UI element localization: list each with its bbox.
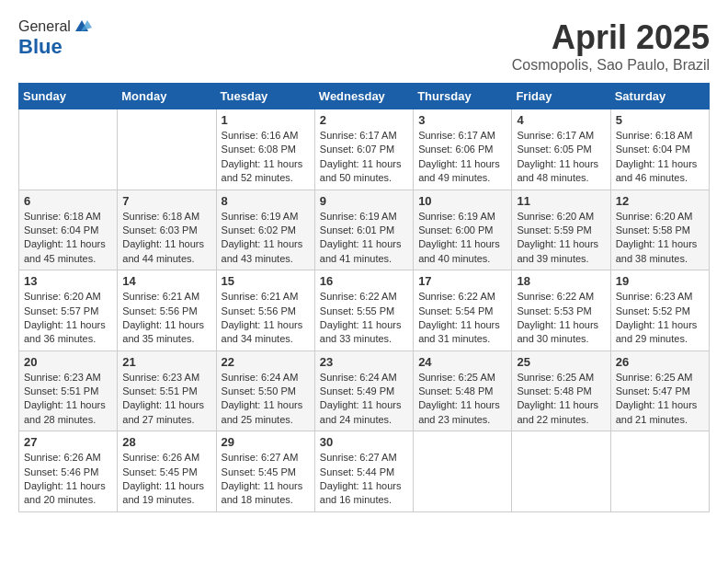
calendar-cell: 11Sunrise: 6:20 AMSunset: 5:59 PMDayligh…: [512, 190, 610, 270]
day-number: 7: [122, 194, 210, 208]
calendar-cell: 16Sunrise: 6:22 AMSunset: 5:55 PMDayligh…: [314, 270, 413, 351]
day-number: 4: [517, 113, 605, 127]
weekday-header-tuesday: Tuesday: [216, 84, 314, 109]
calendar-cell: [512, 431, 610, 512]
calendar: SundayMondayTuesdayWednesdayThursdayFrid…: [18, 83, 710, 512]
cell-content: Sunrise: 6:19 AMSunset: 6:01 PMDaylight:…: [320, 210, 408, 267]
week-row-1: 1Sunrise: 6:16 AMSunset: 6:08 PMDaylight…: [19, 109, 710, 190]
cell-content: Sunrise: 6:17 AMSunset: 6:06 PMDaylight:…: [418, 129, 506, 186]
calendar-cell: 9Sunrise: 6:19 AMSunset: 6:01 PMDaylight…: [314, 190, 413, 270]
cell-content: Sunrise: 6:21 AMSunset: 5:56 PMDaylight:…: [222, 290, 310, 347]
calendar-cell: [610, 431, 709, 512]
weekday-header-sunday: Sunday: [19, 84, 118, 109]
cell-content: Sunrise: 6:22 AMSunset: 5:53 PMDaylight:…: [517, 290, 605, 347]
cell-content: Sunrise: 6:20 AMSunset: 5:58 PMDaylight:…: [616, 210, 704, 267]
weekday-header-wednesday: Wednesday: [314, 84, 413, 109]
calendar-cell: 4Sunrise: 6:17 AMSunset: 6:05 PMDaylight…: [512, 109, 610, 190]
day-number: 6: [24, 194, 112, 208]
calendar-cell: 6Sunrise: 6:18 AMSunset: 6:04 PMDaylight…: [19, 190, 118, 270]
day-number: 17: [418, 274, 506, 288]
cell-content: Sunrise: 6:17 AMSunset: 6:07 PMDaylight:…: [320, 129, 408, 186]
calendar-cell: 27Sunrise: 6:26 AMSunset: 5:46 PMDayligh…: [19, 431, 118, 512]
calendar-cell: 2Sunrise: 6:17 AMSunset: 6:07 PMDaylight…: [314, 109, 413, 190]
weekday-header-thursday: Thursday: [414, 84, 512, 109]
cell-content: Sunrise: 6:25 AMSunset: 5:47 PMDaylight:…: [616, 371, 704, 428]
calendar-cell: 20Sunrise: 6:23 AMSunset: 5:51 PMDayligh…: [19, 350, 118, 431]
day-number: 30: [320, 435, 408, 449]
week-row-5: 27Sunrise: 6:26 AMSunset: 5:46 PMDayligh…: [19, 431, 710, 512]
cell-content: Sunrise: 6:16 AMSunset: 6:08 PMDaylight:…: [222, 129, 310, 186]
day-number: 9: [320, 194, 408, 208]
day-number: 29: [222, 435, 310, 449]
calendar-cell: [118, 109, 216, 190]
cell-content: Sunrise: 6:27 AMSunset: 5:44 PMDaylight:…: [320, 451, 408, 508]
calendar-cell: 28Sunrise: 6:26 AMSunset: 5:45 PMDayligh…: [118, 431, 216, 512]
cell-content: Sunrise: 6:23 AMSunset: 5:52 PMDaylight:…: [616, 290, 704, 347]
calendar-cell: 24Sunrise: 6:25 AMSunset: 5:48 PMDayligh…: [414, 350, 512, 431]
day-number: 15: [222, 274, 310, 288]
logo-general-text: General: [18, 18, 71, 35]
logo-icon: [72, 18, 92, 35]
week-row-3: 13Sunrise: 6:20 AMSunset: 5:57 PMDayligh…: [19, 270, 710, 351]
day-number: 12: [616, 194, 704, 208]
month-title: April 2025: [512, 18, 710, 57]
calendar-cell: 5Sunrise: 6:18 AMSunset: 6:04 PMDaylight…: [610, 109, 709, 190]
day-number: 26: [616, 355, 704, 369]
day-number: 20: [24, 355, 112, 369]
cell-content: Sunrise: 6:27 AMSunset: 5:45 PMDaylight:…: [222, 451, 310, 508]
calendar-cell: 22Sunrise: 6:24 AMSunset: 5:50 PMDayligh…: [216, 350, 314, 431]
calendar-cell: 17Sunrise: 6:22 AMSunset: 5:54 PMDayligh…: [414, 270, 512, 351]
calendar-cell: 23Sunrise: 6:24 AMSunset: 5:49 PMDayligh…: [314, 350, 413, 431]
calendar-cell: 13Sunrise: 6:20 AMSunset: 5:57 PMDayligh…: [19, 270, 118, 351]
weekday-header-row: SundayMondayTuesdayWednesdayThursdayFrid…: [19, 84, 710, 109]
cell-content: Sunrise: 6:24 AMSunset: 5:50 PMDaylight:…: [222, 371, 310, 428]
day-number: 13: [24, 274, 112, 288]
cell-content: Sunrise: 6:23 AMSunset: 5:51 PMDaylight:…: [122, 371, 210, 428]
cell-content: Sunrise: 6:20 AMSunset: 5:59 PMDaylight:…: [517, 210, 605, 267]
calendar-cell: 10Sunrise: 6:19 AMSunset: 6:00 PMDayligh…: [414, 190, 512, 270]
cell-content: Sunrise: 6:25 AMSunset: 5:48 PMDaylight:…: [517, 371, 605, 428]
day-number: 28: [122, 435, 210, 449]
cell-content: Sunrise: 6:18 AMSunset: 6:03 PMDaylight:…: [122, 210, 210, 267]
calendar-cell: [19, 109, 118, 190]
calendar-cell: 3Sunrise: 6:17 AMSunset: 6:06 PMDaylight…: [414, 109, 512, 190]
calendar-cell: 18Sunrise: 6:22 AMSunset: 5:53 PMDayligh…: [512, 270, 610, 351]
day-number: 14: [122, 274, 210, 288]
cell-content: Sunrise: 6:22 AMSunset: 5:54 PMDaylight:…: [418, 290, 506, 347]
day-number: 22: [222, 355, 310, 369]
logo: General Blue: [18, 18, 93, 59]
calendar-cell: 8Sunrise: 6:19 AMSunset: 6:02 PMDaylight…: [216, 190, 314, 270]
weekday-header-friday: Friday: [512, 84, 610, 109]
day-number: 5: [616, 113, 704, 127]
calendar-cell: 15Sunrise: 6:21 AMSunset: 5:56 PMDayligh…: [216, 270, 314, 351]
cell-content: Sunrise: 6:26 AMSunset: 5:46 PMDaylight:…: [24, 451, 112, 508]
day-number: 21: [122, 355, 210, 369]
weekday-header-saturday: Saturday: [610, 84, 709, 109]
cell-content: Sunrise: 6:18 AMSunset: 6:04 PMDaylight:…: [24, 210, 112, 267]
day-number: 24: [418, 355, 506, 369]
cell-content: Sunrise: 6:26 AMSunset: 5:45 PMDaylight:…: [122, 451, 210, 508]
cell-content: Sunrise: 6:20 AMSunset: 5:57 PMDaylight:…: [24, 290, 112, 347]
weekday-header-monday: Monday: [118, 84, 216, 109]
title-area: April 2025 Cosmopolis, Sao Paulo, Brazil: [512, 18, 710, 74]
day-number: 16: [320, 274, 408, 288]
cell-content: Sunrise: 6:19 AMSunset: 6:02 PMDaylight:…: [222, 210, 310, 267]
location: Cosmopolis, Sao Paulo, Brazil: [512, 57, 710, 74]
day-number: 27: [24, 435, 112, 449]
calendar-cell: 7Sunrise: 6:18 AMSunset: 6:03 PMDaylight…: [118, 190, 216, 270]
week-row-2: 6Sunrise: 6:18 AMSunset: 6:04 PMDaylight…: [19, 190, 710, 270]
day-number: 10: [418, 194, 506, 208]
cell-content: Sunrise: 6:22 AMSunset: 5:55 PMDaylight:…: [320, 290, 408, 347]
calendar-cell: 26Sunrise: 6:25 AMSunset: 5:47 PMDayligh…: [610, 350, 709, 431]
calendar-cell: 1Sunrise: 6:16 AMSunset: 6:08 PMDaylight…: [216, 109, 314, 190]
cell-content: Sunrise: 6:17 AMSunset: 6:05 PMDaylight:…: [517, 129, 605, 186]
day-number: 1: [222, 113, 310, 127]
day-number: 3: [418, 113, 506, 127]
cell-content: Sunrise: 6:25 AMSunset: 5:48 PMDaylight:…: [418, 371, 506, 428]
calendar-cell: 25Sunrise: 6:25 AMSunset: 5:48 PMDayligh…: [512, 350, 610, 431]
day-number: 11: [517, 194, 605, 208]
calendar-cell: 30Sunrise: 6:27 AMSunset: 5:44 PMDayligh…: [314, 431, 413, 512]
cell-content: Sunrise: 6:19 AMSunset: 6:00 PMDaylight:…: [418, 210, 506, 267]
logo-blue-text: Blue: [18, 35, 63, 59]
calendar-cell: 19Sunrise: 6:23 AMSunset: 5:52 PMDayligh…: [610, 270, 709, 351]
